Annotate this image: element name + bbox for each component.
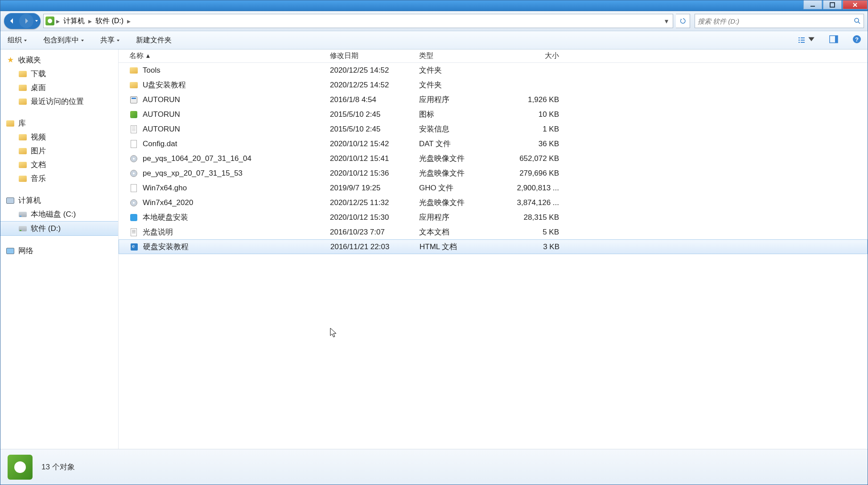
drive-icon — [18, 224, 27, 233]
column-header-size[interactable]: 大小 — [505, 49, 563, 62]
sidebar-item-drive[interactable]: 软件 (D:) — [0, 221, 118, 236]
file-type: 光盘映像文件 — [415, 152, 505, 165]
file-icon — [129, 66, 138, 75]
file-name: Win7x64.gho — [143, 184, 187, 193]
search-box[interactable] — [695, 14, 864, 28]
file-row[interactable]: pe_yqs_xp_20_07_31_15_532020/10/12 15:36… — [119, 166, 868, 181]
help-button[interactable]: ? — [850, 33, 864, 47]
file-icon — [129, 154, 138, 163]
file-name: Tools — [143, 66, 160, 75]
minimize-button[interactable] — [803, 0, 822, 9]
file-date: 2016/11/21 22:03 — [327, 241, 416, 253]
file-row[interactable]: Tools2020/12/25 14:52文件夹 — [119, 63, 868, 78]
file-icon — [129, 95, 138, 104]
close-button[interactable] — [843, 0, 868, 9]
computer-icon — [6, 196, 15, 205]
file-name: Win7x64_2020 — [143, 198, 193, 207]
file-type: GHO 文件 — [415, 181, 505, 195]
file-row[interactable]: Config.dat2020/10/12 15:42DAT 文件36 KB — [119, 136, 868, 151]
file-row[interactable]: 光盘说明2016/10/23 7:07文本文档5 KB — [119, 225, 868, 239]
navigation-bar: ▸ 计算机 ▸ 软件 (D:) ▸ ▾ — [0, 11, 868, 31]
file-size: 279,696 KB — [505, 167, 563, 180]
share-button[interactable]: 共享 — [97, 34, 123, 46]
sidebar-item[interactable]: 最近访问的位置 — [0, 95, 118, 108]
file-row[interactable]: Win7x64_20202020/12/25 11:32光盘映像文件3,874,… — [119, 195, 868, 210]
column-label: 类型 — [419, 52, 433, 59]
breadcrumb-computer[interactable]: 计算机 — [62, 16, 86, 26]
file-icon — [129, 110, 138, 119]
maximize-button[interactable] — [823, 0, 842, 9]
nav-item-label: 视频 — [31, 132, 46, 142]
nav-item-label: 音乐 — [31, 173, 46, 184]
chevron-right-icon[interactable]: ▸ — [127, 17, 131, 25]
list-view-icon — [798, 36, 806, 44]
libraries-header[interactable]: 库 — [0, 116, 118, 130]
sidebar-item[interactable]: 视频 — [0, 130, 118, 144]
sort-ascending-icon: ▴ — [146, 51, 150, 60]
svg-rect-1 — [830, 3, 835, 7]
column-label: 大小 — [545, 52, 559, 59]
file-name: AUTORUN — [143, 125, 180, 134]
search-input[interactable] — [698, 17, 851, 25]
column-header-name[interactable]: 名称▴ — [126, 49, 326, 62]
preview-pane-button[interactable] — [827, 34, 841, 46]
nav-item-icon — [18, 133, 27, 142]
back-button[interactable] — [5, 14, 19, 28]
column-header-type[interactable]: 类型 — [415, 49, 505, 62]
sidebar-item[interactable]: 音乐 — [0, 172, 118, 185]
file-date: 2016/1/8 4:54 — [326, 94, 415, 106]
new-folder-button[interactable]: 新建文件夹 — [132, 34, 175, 46]
sidebar-item[interactable]: 文档 — [0, 158, 118, 172]
address-dropdown[interactable]: ▾ — [662, 17, 671, 25]
file-date: 2016/10/23 7:07 — [326, 226, 415, 238]
sidebar-item[interactable]: 图片 — [0, 144, 118, 158]
file-row[interactable]: 本地硬盘安装2020/10/12 15:30应用程序28,315 KB — [119, 210, 868, 225]
column-header-date[interactable]: 修改日期 — [326, 49, 415, 62]
sidebar-item-drive[interactable]: 本地磁盘 (C:) — [0, 207, 118, 221]
nav-item-icon — [18, 70, 27, 78]
include-in-library-button[interactable]: 包含到库中 — [40, 34, 88, 46]
nav-item-icon — [18, 97, 27, 106]
file-rows: Tools2020/12/25 14:52文件夹U盘安装教程2020/12/25… — [119, 63, 868, 254]
drive-icon — [18, 210, 27, 219]
file-size: 3,874,126 ... — [505, 197, 563, 209]
address-bar[interactable]: ▸ 计算机 ▸ 软件 (D:) ▸ ▾ — [43, 14, 673, 28]
file-row[interactable]: pe_yqs_1064_20_07_31_16_042020/10/12 15:… — [119, 151, 868, 166]
file-date: 2020/10/12 15:41 — [326, 152, 415, 165]
file-row[interactable]: AUTORUN2016/1/8 4:54应用程序1,926 KB — [119, 92, 868, 107]
nav-item-icon — [18, 147, 27, 156]
window-controls — [803, 0, 868, 9]
file-row[interactable]: AUTORUN2015/5/10 2:45安装信息1 KB — [119, 122, 868, 136]
file-type: 图标 — [415, 107, 505, 121]
breadcrumb-drive[interactable]: 软件 (D:) — [94, 16, 125, 26]
computer-header[interactable]: 计算机 — [0, 193, 118, 207]
forward-button[interactable] — [19, 14, 33, 28]
sidebar-item[interactable]: 下载 — [0, 67, 118, 81]
file-row[interactable]: AUTORUN2015/5/10 2:45图标10 KB — [119, 107, 868, 122]
sidebar-item[interactable]: 桌面 — [0, 81, 118, 95]
body-area: ★收藏夹 下载桌面最近访问的位置 库 视频图片文档音乐 计算机 本地磁盘 (C:… — [0, 49, 868, 449]
chevron-right-icon[interactable]: ▸ — [88, 17, 92, 25]
network-header[interactable]: 网络 — [0, 244, 118, 258]
file-row[interactable]: U盘安装教程2020/12/25 14:52文件夹 — [119, 78, 868, 92]
file-row[interactable]: 硬盘安装教程2016/11/21 22:03HTML 文档3 KB — [119, 239, 868, 254]
favorites-group: ★收藏夹 下载桌面最近访问的位置 — [0, 53, 118, 108]
nav-history-dropdown[interactable] — [33, 19, 40, 23]
refresh-button[interactable] — [676, 14, 690, 28]
file-size: 36 KB — [505, 138, 563, 150]
svg-point-2 — [855, 18, 859, 22]
favorites-header[interactable]: ★收藏夹 — [0, 53, 118, 67]
file-date: 2020/12/25 14:52 — [326, 79, 415, 91]
nav-item-label: 本地磁盘 (C:) — [31, 209, 76, 219]
file-type: HTML 文档 — [416, 240, 505, 254]
view-mode-button[interactable] — [795, 34, 818, 46]
file-name: U盘安装教程 — [143, 80, 186, 90]
column-headers: 名称▴ 修改日期 类型 大小 — [119, 49, 868, 63]
file-icon — [129, 213, 138, 222]
file-date: 2019/9/7 19:25 — [326, 182, 415, 194]
file-row[interactable]: Win7x64.gho2019/9/7 19:25GHO 文件2,900,813… — [119, 181, 868, 195]
file-size: 10 KB — [505, 108, 563, 121]
organize-button[interactable]: 组织 — [4, 34, 31, 46]
chevron-right-icon[interactable]: ▸ — [56, 17, 60, 25]
file-date: 2020/12/25 14:52 — [326, 64, 415, 77]
